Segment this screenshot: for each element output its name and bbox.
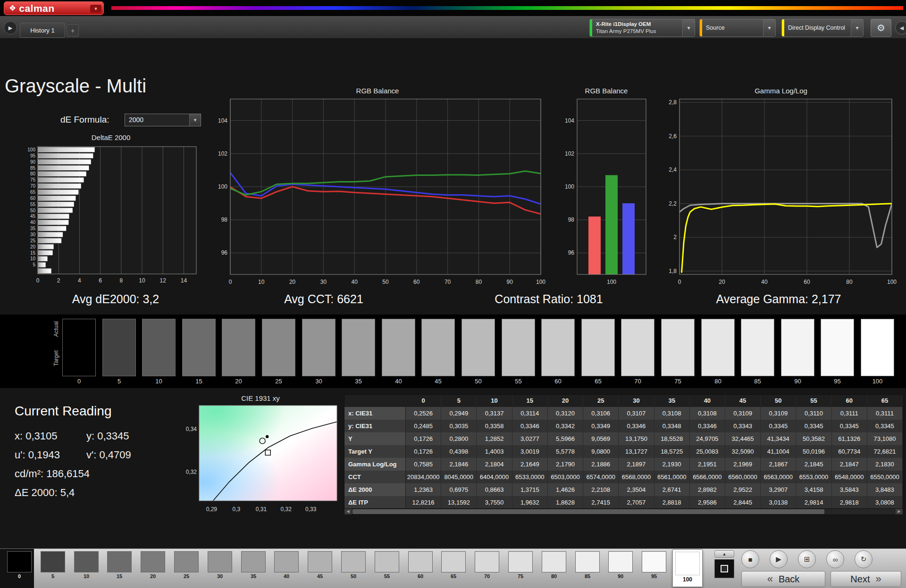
de-formula-dropdown[interactable]: 2000 ▾ [125,114,201,126]
back-label: Back [779,574,799,585]
table-cell: 6548,0000 [832,471,867,483]
pattern-swatch-button[interactable]: 35 [241,551,266,579]
scrollbar-thumb[interactable] [352,509,824,514]
collapse-panel-button[interactable]: ◀ [895,21,906,34]
svg-text:100: 100 [887,279,897,285]
logo-dropdown-arrow-icon[interactable]: ▾ [90,5,101,13]
table-cell: 0,3120 [548,407,583,420]
meter-dropdown[interactable]: X-Rite i1Display OEM Titan Army P275MV P… [589,19,695,37]
table-cell: 0,3108 [654,407,690,420]
pattern-swatch-button[interactable]: 75 [508,551,533,579]
nav-expand-button[interactable]: ▶ [4,21,17,34]
svg-text:90: 90 [30,159,36,165]
up-arrow-icon: ▲ [722,552,727,556]
display-control-dropdown[interactable]: Direct Display Control ▾ [781,19,864,37]
table-cell: 0,1726 [406,432,441,445]
average-gamma-stat: Average Gamma: 2,177 [670,292,887,306]
chevron-down-icon[interactable]: ▾ [682,19,695,36]
pattern-swatch-color [74,551,99,572]
grayscale-swatch [142,319,176,376]
pattern-swatch-button[interactable]: 65 [441,551,466,579]
chevron-down-icon[interactable]: ▾ [763,19,775,36]
table-cell: 0,6975 [441,483,477,496]
table-cell: 2,1886 [583,458,619,471]
svg-text:100: 100 [218,183,227,190]
pattern-swatch-color [675,552,700,575]
svg-text:0,3: 0,3 [233,506,241,513]
pattern-swatch-button[interactable]: 70 [475,551,499,579]
pattern-swatch-button[interactable]: 15 [107,551,132,579]
svg-text:2: 2 [673,234,677,240]
svg-text:15: 15 [30,250,36,256]
table-cell: 1,3715 [512,483,548,496]
table-cell: 41,3434 [761,432,796,445]
svg-text:50: 50 [30,208,36,213]
play-button[interactable]: ▶ [770,550,788,568]
chevron-down-icon[interactable]: ▾ [851,19,863,36]
settings-button[interactable]: ⚙ [871,19,891,37]
de-formula-value: 2000 [129,114,143,126]
svg-text:30: 30 [320,279,327,285]
calman-logo-icon: ❖ [9,3,16,13]
scroll-left-button[interactable]: ◀ [344,509,352,514]
grayscale-swatch-label: 80 [701,378,735,385]
pattern-swatch-label: 50 [341,573,366,579]
continuous-measure-button[interactable]: ∞ [826,550,844,568]
pattern-swatch-button[interactable]: 95 [642,551,666,579]
calman-logo-menu[interactable]: ❖ calman ▾ [4,1,104,15]
chevron-down-icon[interactable]: ▾ [189,114,201,126]
table-row: x: CIE310,25260,29490,31370,31140,31200,… [344,407,903,420]
pattern-swatch-color [408,551,433,572]
source-dropdown[interactable]: Source ▾ [699,19,776,37]
pattern-swatch-label: 25 [174,573,199,579]
pattern-swatch-button[interactable]: 50 [341,551,366,579]
pattern-swatch-button[interactable]: 10 [74,551,99,579]
top-bar: ❖ calman ▾ [0,0,906,16]
pattern-up-button[interactable]: ▲ [714,550,734,558]
next-button[interactable]: Next » [830,571,901,587]
table-scrollbar[interactable]: ◀ ▶ [344,508,903,515]
stop-button[interactable]: ■ [741,550,759,568]
table-cell: 2,1649 [512,458,548,471]
pattern-swatch-button[interactable]: 0 [7,551,32,579]
pattern-swatch-button[interactable]: 100 [672,549,703,587]
pattern-swatch-color [107,551,132,572]
table-row-label: Gamma Log/Log [344,458,406,471]
pattern-swatch-button[interactable]: 30 [208,551,232,579]
pattern-swatch-button[interactable]: 60 [408,551,433,579]
pattern-swatch-button[interactable]: 20 [141,551,165,579]
tab-history-1[interactable]: History 1 [20,23,65,38]
svg-text:55: 55 [30,202,36,207]
back-button[interactable]: « Back [741,571,825,587]
pattern-grid-button[interactable]: ⊞ [798,550,816,568]
scroll-right-button[interactable]: ▶ [896,509,903,514]
svg-text:45: 45 [30,214,36,219]
table-cell: 0,3109 [761,407,796,420]
refresh-button[interactable]: ↻ [855,550,872,568]
pattern-swatch-button[interactable]: 5 [41,551,65,579]
svg-text:0,34: 0,34 [186,426,197,432]
table-cell: 0,3114 [512,407,548,420]
pattern-window-button[interactable] [714,559,734,578]
svg-text:0,33: 0,33 [305,506,317,513]
add-tab-button[interactable]: + [67,25,79,37]
table-cell: 6561,0000 [654,471,690,483]
pattern-swatch-button[interactable]: 55 [375,551,399,579]
table-cell: 2,1845 [796,458,831,471]
pattern-swatch-color [608,551,633,572]
pattern-swatch-button[interactable]: 40 [274,551,299,579]
pattern-swatch-label: 0 [7,573,32,579]
pattern-swatch-button[interactable]: 45 [308,551,332,579]
grayscale-swatch-label: 100 [861,378,894,385]
table-cell: 6574,0000 [583,471,619,483]
chart-title: RGB Balance [559,87,654,95]
pattern-swatch-button[interactable]: 90 [608,551,633,579]
pattern-swatch-label: 85 [575,573,600,579]
pattern-swatch-button[interactable]: 25 [174,551,199,579]
table-cell: 1,4003 [477,445,512,458]
table-cell: 2,1897 [619,458,654,471]
table-cell: 2,3504 [619,483,654,496]
table-cell: 2,8818 [654,496,690,509]
pattern-swatch-button[interactable]: 80 [542,551,566,579]
pattern-swatch-button[interactable]: 85 [575,551,600,579]
